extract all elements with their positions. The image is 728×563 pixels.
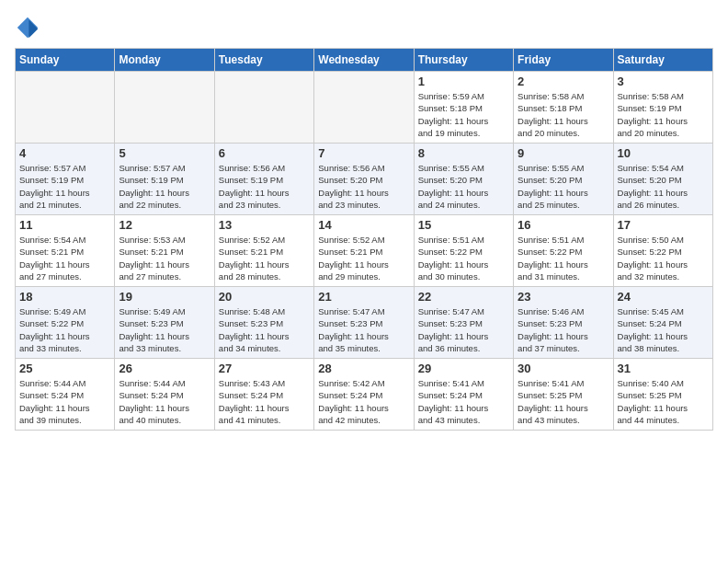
day-info: Sunrise: 5:54 AMSunset: 5:20 PMDaylight:… bbox=[618, 162, 709, 211]
day-number: 11 bbox=[19, 218, 110, 232]
day-number: 18 bbox=[19, 290, 110, 304]
week-row: 18Sunrise: 5:49 AMSunset: 5:22 PMDayligh… bbox=[16, 287, 713, 359]
calendar-cell: 30Sunrise: 5:41 AMSunset: 5:25 PMDayligh… bbox=[514, 359, 613, 431]
calendar-cell: 1Sunrise: 5:59 AMSunset: 5:18 PMDaylight… bbox=[414, 72, 513, 144]
day-info: Sunrise: 5:51 AMSunset: 5:22 PMDaylight:… bbox=[518, 234, 609, 282]
week-row: 1Sunrise: 5:59 AMSunset: 5:18 PMDaylight… bbox=[16, 72, 713, 144]
col-header-friday: Friday bbox=[514, 49, 613, 72]
calendar-cell: 9Sunrise: 5:55 AMSunset: 5:20 PMDaylight… bbox=[514, 144, 613, 215]
calendar-cell: 27Sunrise: 5:43 AMSunset: 5:24 PMDayligh… bbox=[214, 359, 313, 431]
day-number: 30 bbox=[518, 362, 609, 375]
day-number: 24 bbox=[618, 290, 709, 304]
calendar-cell: 29Sunrise: 5:41 AMSunset: 5:24 PMDayligh… bbox=[414, 359, 513, 431]
col-header-wednesday: Wednesday bbox=[314, 49, 414, 72]
calendar-cell: 12Sunrise: 5:53 AMSunset: 5:21 PMDayligh… bbox=[115, 215, 214, 287]
day-info: Sunrise: 5:59 AMSunset: 5:18 PMDaylight:… bbox=[418, 90, 509, 139]
day-info: Sunrise: 5:46 AMSunset: 5:23 PMDaylight:… bbox=[518, 305, 609, 354]
day-info: Sunrise: 5:47 AMSunset: 5:23 PMDaylight:… bbox=[418, 305, 509, 354]
col-header-saturday: Saturday bbox=[613, 49, 712, 72]
calendar-cell bbox=[314, 72, 414, 144]
week-row: 4Sunrise: 5:57 AMSunset: 5:19 PMDaylight… bbox=[16, 144, 713, 215]
day-info: Sunrise: 5:56 AMSunset: 5:19 PMDaylight:… bbox=[219, 162, 310, 211]
calendar-cell: 31Sunrise: 5:40 AMSunset: 5:25 PMDayligh… bbox=[613, 359, 712, 431]
day-info: Sunrise: 5:49 AMSunset: 5:22 PMDaylight:… bbox=[19, 305, 110, 354]
day-info: Sunrise: 5:43 AMSunset: 5:24 PMDaylight:… bbox=[219, 377, 310, 426]
day-number: 3 bbox=[618, 75, 709, 88]
day-info: Sunrise: 5:47 AMSunset: 5:23 PMDaylight:… bbox=[318, 305, 409, 354]
day-info: Sunrise: 5:44 AMSunset: 5:24 PMDaylight:… bbox=[119, 377, 210, 426]
calendar-cell: 5Sunrise: 5:57 AMSunset: 5:19 PMDaylight… bbox=[115, 144, 214, 215]
day-info: Sunrise: 5:42 AMSunset: 5:24 PMDaylight:… bbox=[318, 377, 409, 426]
calendar-cell: 24Sunrise: 5:45 AMSunset: 5:24 PMDayligh… bbox=[613, 287, 712, 359]
calendar-cell: 19Sunrise: 5:49 AMSunset: 5:23 PMDayligh… bbox=[115, 287, 214, 359]
calendar-cell: 6Sunrise: 5:56 AMSunset: 5:19 PMDaylight… bbox=[214, 144, 313, 215]
day-number: 8 bbox=[418, 146, 509, 160]
day-number: 28 bbox=[318, 362, 409, 375]
day-number: 31 bbox=[618, 362, 709, 375]
calendar-cell: 16Sunrise: 5:51 AMSunset: 5:22 PMDayligh… bbox=[514, 215, 613, 287]
day-number: 7 bbox=[318, 146, 409, 160]
calendar-cell: 3Sunrise: 5:58 AMSunset: 5:19 PMDaylight… bbox=[613, 72, 712, 144]
day-info: Sunrise: 5:41 AMSunset: 5:25 PMDaylight:… bbox=[518, 377, 609, 426]
calendar-cell: 10Sunrise: 5:54 AMSunset: 5:20 PMDayligh… bbox=[613, 144, 712, 215]
day-number: 29 bbox=[418, 362, 509, 375]
day-number: 16 bbox=[518, 218, 609, 232]
col-header-sunday: Sunday bbox=[16, 49, 115, 72]
header-row: SundayMondayTuesdayWednesdayThursdayFrid… bbox=[16, 49, 713, 72]
calendar-table: SundayMondayTuesdayWednesdayThursdayFrid… bbox=[15, 48, 713, 431]
day-number: 1 bbox=[418, 75, 509, 88]
logo bbox=[15, 15, 44, 40]
day-number: 9 bbox=[518, 146, 609, 160]
day-info: Sunrise: 5:58 AMSunset: 5:19 PMDaylight:… bbox=[618, 90, 709, 139]
day-number: 14 bbox=[318, 218, 409, 232]
day-info: Sunrise: 5:57 AMSunset: 5:19 PMDaylight:… bbox=[19, 162, 110, 211]
calendar-cell: 21Sunrise: 5:47 AMSunset: 5:23 PMDayligh… bbox=[314, 287, 414, 359]
day-info: Sunrise: 5:53 AMSunset: 5:21 PMDaylight:… bbox=[119, 234, 210, 282]
calendar-cell: 18Sunrise: 5:49 AMSunset: 5:22 PMDayligh… bbox=[16, 287, 115, 359]
calendar-cell: 23Sunrise: 5:46 AMSunset: 5:23 PMDayligh… bbox=[514, 287, 613, 359]
day-number: 22 bbox=[418, 290, 509, 304]
day-info: Sunrise: 5:44 AMSunset: 5:24 PMDaylight:… bbox=[19, 377, 110, 426]
day-info: Sunrise: 5:58 AMSunset: 5:18 PMDaylight:… bbox=[518, 90, 609, 139]
calendar-cell: 2Sunrise: 5:58 AMSunset: 5:18 PMDaylight… bbox=[514, 72, 613, 144]
day-info: Sunrise: 5:55 AMSunset: 5:20 PMDaylight:… bbox=[418, 162, 509, 211]
calendar-cell: 22Sunrise: 5:47 AMSunset: 5:23 PMDayligh… bbox=[414, 287, 513, 359]
col-header-monday: Monday bbox=[115, 49, 214, 72]
day-number: 13 bbox=[219, 218, 310, 232]
day-number: 26 bbox=[119, 362, 210, 375]
day-info: Sunrise: 5:52 AMSunset: 5:21 PMDaylight:… bbox=[318, 234, 409, 282]
calendar-cell: 11Sunrise: 5:54 AMSunset: 5:21 PMDayligh… bbox=[16, 215, 115, 287]
day-number: 25 bbox=[19, 362, 110, 375]
day-number: 21 bbox=[318, 290, 409, 304]
calendar-cell: 15Sunrise: 5:51 AMSunset: 5:22 PMDayligh… bbox=[414, 215, 513, 287]
svg-marker-1 bbox=[28, 20, 38, 39]
day-number: 2 bbox=[518, 75, 609, 88]
day-info: Sunrise: 5:48 AMSunset: 5:23 PMDaylight:… bbox=[219, 305, 310, 354]
day-number: 15 bbox=[418, 218, 509, 232]
day-info: Sunrise: 5:41 AMSunset: 5:24 PMDaylight:… bbox=[418, 377, 509, 426]
day-number: 6 bbox=[219, 146, 310, 160]
day-info: Sunrise: 5:57 AMSunset: 5:19 PMDaylight:… bbox=[119, 162, 210, 211]
calendar-cell bbox=[214, 72, 313, 144]
week-row: 25Sunrise: 5:44 AMSunset: 5:24 PMDayligh… bbox=[16, 359, 713, 431]
col-header-tuesday: Tuesday bbox=[214, 49, 313, 72]
day-info: Sunrise: 5:52 AMSunset: 5:21 PMDaylight:… bbox=[219, 234, 310, 282]
day-info: Sunrise: 5:40 AMSunset: 5:25 PMDaylight:… bbox=[618, 377, 709, 426]
week-row: 11Sunrise: 5:54 AMSunset: 5:21 PMDayligh… bbox=[16, 215, 713, 287]
calendar-cell bbox=[16, 72, 115, 144]
day-info: Sunrise: 5:51 AMSunset: 5:22 PMDaylight:… bbox=[418, 234, 509, 282]
day-number: 5 bbox=[119, 146, 210, 160]
day-number: 17 bbox=[618, 218, 709, 232]
calendar-cell: 13Sunrise: 5:52 AMSunset: 5:21 PMDayligh… bbox=[214, 215, 313, 287]
day-info: Sunrise: 5:50 AMSunset: 5:22 PMDaylight:… bbox=[618, 234, 709, 282]
calendar-cell: 25Sunrise: 5:44 AMSunset: 5:24 PMDayligh… bbox=[16, 359, 115, 431]
page-header bbox=[15, 15, 713, 40]
calendar-cell: 17Sunrise: 5:50 AMSunset: 5:22 PMDayligh… bbox=[613, 215, 712, 287]
calendar-cell: 14Sunrise: 5:52 AMSunset: 5:21 PMDayligh… bbox=[314, 215, 414, 287]
calendar-cell: 8Sunrise: 5:55 AMSunset: 5:20 PMDaylight… bbox=[414, 144, 513, 215]
calendar-cell: 4Sunrise: 5:57 AMSunset: 5:19 PMDaylight… bbox=[16, 144, 115, 215]
day-number: 19 bbox=[119, 290, 210, 304]
day-number: 4 bbox=[19, 146, 110, 160]
day-info: Sunrise: 5:55 AMSunset: 5:20 PMDaylight:… bbox=[518, 162, 609, 211]
day-info: Sunrise: 5:56 AMSunset: 5:20 PMDaylight:… bbox=[318, 162, 409, 211]
